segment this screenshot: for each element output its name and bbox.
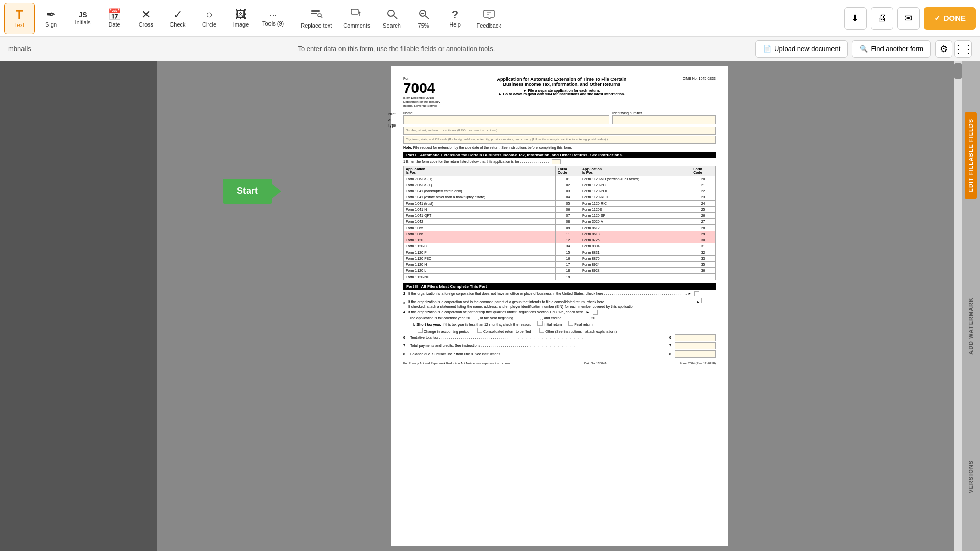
- table-row: Form 1066 11 Form 8613 29: [404, 231, 716, 237]
- line6-input[interactable]: [675, 334, 716, 341]
- id-input[interactable]: [612, 115, 716, 124]
- svg-line-11: [425, 16, 429, 19]
- tool-date[interactable]: 📅 Date: [99, 3, 130, 34]
- tool-help[interactable]: ? Help: [440, 3, 471, 34]
- settings-button[interactable]: ⚙: [935, 40, 952, 58]
- svg-rect-0: [311, 10, 320, 12]
- tool-check[interactable]: ✓ Check: [162, 3, 193, 34]
- tool-date-label: Date: [108, 21, 120, 28]
- other-option: Other (See instructions—attach explanati…: [539, 330, 617, 333]
- circle-icon: ○: [206, 9, 212, 20]
- other-checkbox[interactable]: [539, 328, 544, 333]
- tool-image[interactable]: 🖼 Image: [226, 3, 256, 34]
- find-form-button[interactable]: 🔍 Find another form: [852, 40, 931, 58]
- tool-check-label: Check: [169, 21, 185, 28]
- year-start-field[interactable]: [470, 319, 478, 319]
- consolidated-label: Consolidated return to be filed: [483, 330, 531, 333]
- sidebar-tab-edit-fillable[interactable]: EDIT FILLABLE FIELDS: [965, 112, 977, 199]
- table-row: Form 1120-FSC 16 Form 8876 33: [404, 255, 716, 261]
- initial-return-checkbox[interactable]: [537, 321, 543, 326]
- line4-checkbox[interactable]: [593, 310, 598, 315]
- start-button[interactable]: Start: [223, 179, 272, 204]
- part1-header: Part I Automatic Extension for Certain B…: [403, 152, 716, 158]
- tool-sign[interactable]: ✒ Sign: [36, 3, 66, 34]
- tool-replace-text[interactable]: Replace text: [296, 3, 337, 34]
- form-document: Form 7004 (Rev. December 2018) Departmen…: [391, 66, 728, 546]
- form-title-line2: Business Income Tax, Information, and Ot…: [446, 82, 678, 87]
- line3-checkbox[interactable]: [701, 298, 706, 303]
- col-code1: FormCode: [556, 166, 580, 176]
- download-button[interactable]: ⬇: [844, 7, 867, 30]
- change-accounting-checkbox[interactable]: [418, 328, 423, 333]
- tool-replace-text-label: Replace text: [301, 22, 332, 29]
- table-row: Form 706-GS(T) 02 Form 1120-PC 21: [404, 182, 716, 188]
- right-sidebar: EDIT FILLABLE FIELDS ADD WATERMARK VERSI…: [962, 61, 980, 551]
- table-row: Form 1120-ND 19: [404, 273, 716, 280]
- line7-row: 7 Total payments and credits. See instru…: [403, 342, 716, 349]
- feedback-icon: [483, 8, 495, 21]
- share-button[interactable]: ✉: [897, 7, 920, 30]
- line3-text: If the organization is a corporation and…: [408, 298, 706, 304]
- final-return-label: Final return: [574, 323, 592, 327]
- svg-point-2: [318, 14, 321, 17]
- tool-initials[interactable]: JS Initials: [67, 3, 98, 34]
- document-area[interactable]: Start Form 7004 (Rev. December 2018) Dep…: [157, 61, 962, 551]
- tool-image-label: Image: [233, 21, 249, 28]
- table-row: Form 1041-N 06 Form 1120S 25: [404, 206, 716, 212]
- line6-dots: . . . . . . . . . . . . . . . . . .: [513, 336, 666, 339]
- check-icon: ✓: [173, 9, 182, 20]
- print-icon: 🖨: [877, 13, 887, 23]
- table-row: Form 1120-H 17 Form 8924 35: [404, 261, 716, 267]
- done-button[interactable]: ✓ DONE: [924, 7, 976, 30]
- line8-input[interactable]: [675, 350, 716, 358]
- zoom-icon: [418, 8, 430, 21]
- form-instruction2: ► Go to www.irs.gov/Form7004 for instruc…: [499, 92, 625, 96]
- form-dept-line2: Internal Revenue Service: [403, 104, 440, 108]
- col-app2: ApplicationIs For:: [580, 166, 691, 176]
- versions-label: VERSIONS: [968, 460, 974, 493]
- tool-tools[interactable]: ··· Tools (9): [257, 3, 289, 34]
- tool-initials-label: Initials: [75, 19, 90, 26]
- table-header-row: ApplicationIs For: FormCode ApplicationI…: [404, 166, 716, 176]
- line2-checkbox[interactable]: [694, 291, 699, 296]
- tool-circle[interactable]: ○ Circle: [194, 3, 225, 34]
- tool-feedback[interactable]: Feedback: [472, 3, 506, 34]
- upload-button[interactable]: 📄 Upload new document: [755, 40, 848, 58]
- line7-num: 7: [403, 344, 408, 347]
- scroll-thumb[interactable]: [954, 63, 962, 79]
- consolidated-checkbox[interactable]: [477, 328, 482, 333]
- sidebar-tab-add-watermark[interactable]: ADD WATERMARK: [965, 290, 977, 362]
- tool-cross[interactable]: ✕ Cross: [131, 3, 161, 34]
- change-accounting-row: Change in accounting period Consolidated…: [418, 328, 716, 333]
- tool-zoom[interactable]: 75%: [408, 3, 439, 34]
- sidebar-tab-versions[interactable]: VERSIONS: [965, 453, 977, 500]
- tax-year-begin-field[interactable]: [514, 319, 540, 319]
- form-code-input[interactable]: [552, 159, 561, 164]
- form-title-line1: Application for Automatic Extension of T…: [446, 77, 678, 82]
- city-input[interactable]: City, town, state, and ZIP code (If a fo…: [403, 136, 716, 144]
- form-number: 7004: [403, 80, 440, 96]
- initials-icon: JS: [78, 11, 87, 18]
- address-input[interactable]: Number, street, and room or suite no. (I…: [403, 127, 716, 135]
- tool-comments[interactable]: Comments: [338, 3, 375, 34]
- tax-year-end-field[interactable]: [562, 319, 588, 319]
- form-footer: For Privacy Act and Paperwork Reduction …: [403, 362, 716, 365]
- year-end-field[interactable]: [595, 319, 603, 319]
- tools-icon: ···: [270, 10, 277, 19]
- line2-num: 2: [403, 292, 405, 295]
- part1-line1: 1 Enter the form code for the return lis…: [403, 159, 716, 164]
- line7-input[interactable]: [675, 342, 716, 349]
- line4-row: 4 If the organization is a corporation o…: [403, 310, 716, 315]
- name-input[interactable]: [403, 115, 609, 124]
- print-type-label: PrintorType: [388, 111, 396, 129]
- part2-label: Part II: [406, 284, 418, 289]
- share-icon: ✉: [904, 13, 912, 24]
- svg-point-7: [388, 10, 394, 16]
- print-button[interactable]: 🖨: [871, 7, 893, 30]
- final-return-checkbox[interactable]: [568, 321, 573, 326]
- scroll-track[interactable]: [954, 61, 962, 551]
- tool-search[interactable]: Search: [377, 3, 407, 34]
- more-button[interactable]: ⋮⋮: [954, 40, 972, 58]
- tool-text[interactable]: T Text: [4, 3, 35, 34]
- done-label: DONE: [944, 14, 966, 22]
